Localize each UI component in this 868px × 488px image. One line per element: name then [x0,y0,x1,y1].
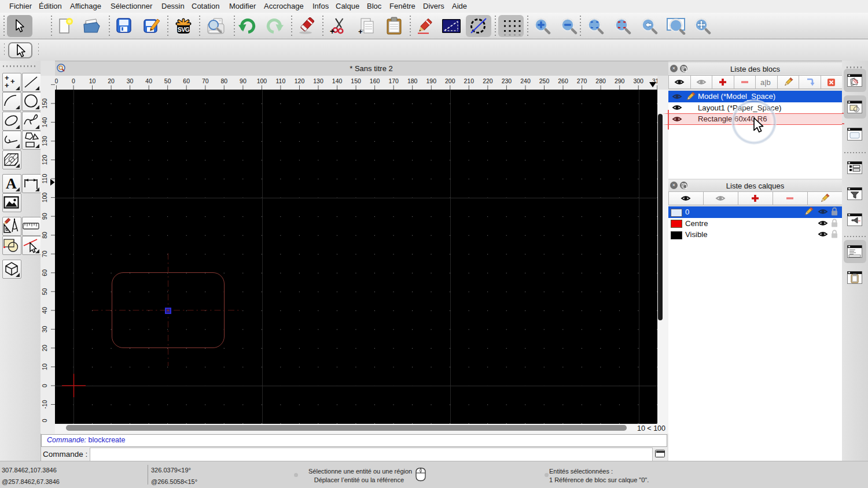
svg-text:10: 10 [89,77,96,84]
svg-text:70: 70 [41,250,48,257]
svg-text:300: 300 [633,77,643,84]
svg-text:130: 130 [313,77,323,84]
svg-text:190: 190 [426,77,437,84]
svg-text:240: 240 [520,77,531,84]
svg-text:+: + [358,27,363,35]
svg-text:270: 270 [577,77,587,84]
svg-text:100: 100 [257,77,267,84]
svg-text:30: 30 [41,326,48,332]
svg-text:210: 210 [464,77,475,84]
svg-text:70: 70 [202,77,209,84]
svg-text:-20: -20 [41,419,48,423]
svg-text:230: 230 [502,77,512,84]
svg-text:110: 110 [276,77,286,84]
svg-text:140: 140 [332,77,343,84]
svg-text:150: 150 [351,77,361,84]
svg-text:120: 120 [295,77,305,84]
svg-text:0: 0 [55,77,58,84]
svg-text:110: 110 [41,174,48,184]
svg-text:130: 130 [41,136,48,146]
svg-text:250: 250 [539,77,550,84]
svg-text:60: 60 [41,269,48,276]
svg-text:90: 90 [41,213,48,220]
svg-text:290: 290 [615,77,625,84]
svg-text:80: 80 [41,232,48,239]
svg-text:20: 20 [108,77,115,84]
svg-text:220: 220 [483,77,493,84]
svg-text:80: 80 [220,77,227,84]
svg-text:0: 0 [41,384,48,387]
svg-text:170: 170 [388,77,399,84]
svg-text:50: 50 [41,288,48,295]
svg-text:0: 0 [72,77,75,84]
svg-text:40: 40 [145,77,152,84]
svg-text:+: + [10,77,15,86]
svg-text:280: 280 [595,77,606,84]
svg-text:30: 30 [127,77,134,84]
svg-text:160: 160 [370,77,380,84]
svg-text:260: 260 [558,77,568,84]
svg-text:90: 90 [240,77,247,84]
svg-text:SVG: SVG [178,26,190,33]
svg-text:-10: -10 [41,400,48,409]
svg-text:10: 10 [41,364,48,371]
svg-text:180: 180 [407,77,418,84]
svg-text:+: + [330,27,334,35]
svg-text:20: 20 [41,345,48,352]
svg-text:+: + [5,81,9,90]
svg-text:40: 40 [41,307,48,314]
svg-text:100: 100 [41,193,48,203]
svg-text:140: 140 [41,117,48,127]
svg-text:60: 60 [183,77,190,84]
svg-text:A: A [6,175,17,192]
svg-text:150: 150 [41,98,48,109]
svg-text:120: 120 [41,155,48,165]
svg-text:200: 200 [445,77,455,84]
svg-text:50: 50 [164,77,171,84]
